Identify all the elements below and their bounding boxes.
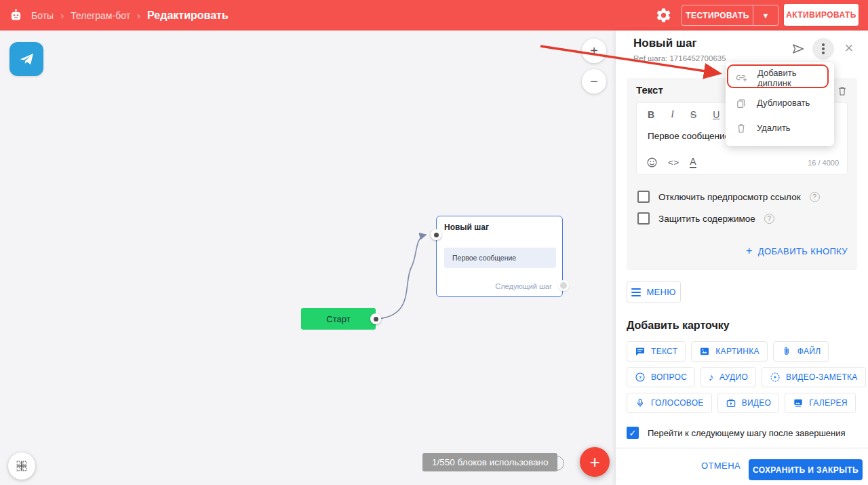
breadcrumb: Боты › Телеграм-бот › Редактировать xyxy=(31,0,229,31)
video-icon xyxy=(726,397,736,408)
next-step-checkbox[interactable]: ✓ xyxy=(627,427,639,439)
zoom-in-button[interactable]: + xyxy=(582,39,606,63)
card-button-file[interactable]: ФАЙЛ xyxy=(773,341,829,362)
card-button-question[interactable]: ? ВОПРОС xyxy=(627,367,695,387)
duplicate-icon xyxy=(735,97,747,109)
info-icon[interactable]: i xyxy=(549,456,564,471)
context-dropdown-menu: Добавить диплинк Дублировать Удалить xyxy=(726,62,834,146)
code-icon[interactable]: <> xyxy=(668,157,679,168)
card-button-audio[interactable]: ♪ АУДИО xyxy=(701,367,756,387)
activate-button[interactable]: АКТИВИРОВАТЬ xyxy=(784,4,859,26)
start-output-port[interactable] xyxy=(370,313,381,324)
char-counter: 16 / 4000 xyxy=(808,159,839,167)
send-test-icon[interactable] xyxy=(791,41,806,56)
telegram-logo xyxy=(9,42,43,76)
card-button-gallery[interactable]: ГАЛЕРЕЯ xyxy=(785,393,856,413)
option-disable-link-preview: Отключить предпросмотр ссылок ? xyxy=(637,191,820,203)
option-label: Отключить предпросмотр ссылок xyxy=(658,192,801,202)
protect-content-checkbox[interactable] xyxy=(637,212,650,225)
flow-canvas[interactable]: + − Новый шаг Первое сообщение Следующий… xyxy=(0,31,616,485)
text-icon xyxy=(635,346,646,357)
question-icon: ? xyxy=(635,372,646,383)
save-and-close-button[interactable]: СОХРАНИТЬ И ЗАКРЫТЬ xyxy=(749,459,863,480)
card-button-voice[interactable]: ГОЛОСОВОЕ xyxy=(627,393,712,413)
close-icon[interactable]: × xyxy=(841,40,857,56)
more-options-button[interactable] xyxy=(812,38,834,60)
message-text-value[interactable]: Первое сообщение xyxy=(648,131,730,141)
audio-icon: ♪ xyxy=(709,372,714,382)
add-button-button[interactable]: + ДОБАВИТЬ КНОПКУ xyxy=(746,245,848,257)
file-icon xyxy=(781,346,792,357)
card-button-video[interactable]: ВИДЕО xyxy=(717,393,780,413)
blocks-used-badge: 1/550 блоков использовано xyxy=(422,453,557,471)
delete-card-trash-icon[interactable] xyxy=(836,85,848,97)
italic-button[interactable]: I xyxy=(671,109,674,120)
emoji-icon[interactable] xyxy=(646,157,658,168)
card-button-video-note[interactable]: ВИДЕО-ЗАМЕТКА xyxy=(762,367,866,387)
editor-bottom-toolbar: <> A xyxy=(646,157,696,168)
paper-plane-icon xyxy=(16,49,37,69)
start-block[interactable]: Старт xyxy=(301,308,376,330)
video-note-icon xyxy=(770,372,781,383)
card-type-buttons: ТЕКСТ КАРТИНКА ФАЙЛ xyxy=(627,341,863,413)
breadcrumb-separator: › xyxy=(137,9,140,21)
trash-icon xyxy=(735,122,747,134)
zoom-out-button[interactable]: − xyxy=(582,69,606,94)
option-label: Перейти к следующему шагу после завершен… xyxy=(648,428,846,438)
test-dropdown-caret[interactable]: ▼ xyxy=(753,5,778,25)
robot-logo-icon xyxy=(9,8,23,22)
flow-node-message-preview: Первое сообщение xyxy=(444,248,556,268)
menu-button-label: МЕНЮ xyxy=(646,287,675,297)
deeplink-icon xyxy=(735,71,748,84)
add-button-label: ДОБАВИТЬ КНОПКУ xyxy=(758,246,848,256)
option-protect-content: Защитить содержимое ? xyxy=(637,212,774,225)
hamburger-icon xyxy=(631,288,641,296)
node-next-step-port[interactable] xyxy=(558,280,569,291)
bot-editor-app: Боты › Телеграм-бот › Редактировать ТЕСТ… xyxy=(0,0,868,485)
card-button-image[interactable]: КАРТИНКА xyxy=(691,341,767,362)
help-icon[interactable]: ? xyxy=(764,214,774,224)
cancel-button[interactable]: ОТМЕНА xyxy=(701,461,741,471)
bold-button[interactable]: B xyxy=(648,109,654,120)
text-card-title: Текст xyxy=(636,84,663,96)
minus-icon: − xyxy=(590,74,598,90)
node-input-port[interactable] xyxy=(431,229,441,240)
menu-item-delete[interactable]: Удалить xyxy=(726,115,834,140)
add-card-title: Добавить карточку xyxy=(627,319,730,332)
panel-title: Новый шаг xyxy=(633,37,697,50)
card-button-text[interactable]: ТЕКСТ xyxy=(627,341,686,362)
format-toolbar: B I S U xyxy=(648,109,719,120)
gallery-icon xyxy=(793,397,804,408)
plus-icon: + xyxy=(746,245,753,257)
menu-item-add-deeplink[interactable]: Добавить диплинк xyxy=(726,65,834,90)
menu-button[interactable]: МЕНЮ xyxy=(627,281,681,303)
strikethrough-button[interactable]: S xyxy=(690,109,696,120)
voice-icon xyxy=(635,397,646,408)
settings-gear-icon[interactable] xyxy=(655,7,672,24)
menu-item-duplicate[interactable]: Дублировать xyxy=(726,90,834,115)
plus-icon: + xyxy=(590,43,598,59)
help-icon[interactable]: ? xyxy=(810,192,820,202)
top-header-bar: Боты › Телеграм-бот › Редактировать ТЕСТ… xyxy=(0,0,868,31)
breadcrumb-bots[interactable]: Боты xyxy=(31,10,54,21)
image-icon xyxy=(699,346,710,357)
grid-crosshair-icon xyxy=(14,459,29,473)
breadcrumb-telegram-bot[interactable]: Телеграм-бот xyxy=(71,10,130,21)
plus-icon: + xyxy=(589,452,599,473)
text-color-icon[interactable]: A xyxy=(690,157,696,168)
fit-view-button[interactable] xyxy=(8,452,35,480)
add-block-fab[interactable]: + xyxy=(580,447,610,477)
panel-footer: ОТМЕНА СОХРАНИТЬ И ЗАКРЫТЬ xyxy=(616,448,868,485)
test-split-button: ТЕСТИРОВАТЬ ▼ xyxy=(682,5,778,26)
breadcrumb-edit: Редактировать xyxy=(147,9,229,22)
svg-text:?: ? xyxy=(639,374,642,381)
disable-link-preview-checkbox[interactable] xyxy=(637,191,650,203)
breadcrumb-separator: › xyxy=(60,9,64,21)
step-ref-label: Ref шага: 1716452700635 xyxy=(633,54,726,62)
flow-node-new-step[interactable]: Новый шаг Первое сообщение Следующий шаг xyxy=(436,216,563,297)
underline-button[interactable]: U xyxy=(713,109,719,120)
flow-node-title: Новый шаг xyxy=(444,222,489,232)
test-button[interactable]: ТЕСТИРОВАТЬ xyxy=(682,5,753,25)
caret-down-icon: ▼ xyxy=(762,12,770,20)
flow-node-next-step-label: Следующий шаг xyxy=(495,282,552,290)
